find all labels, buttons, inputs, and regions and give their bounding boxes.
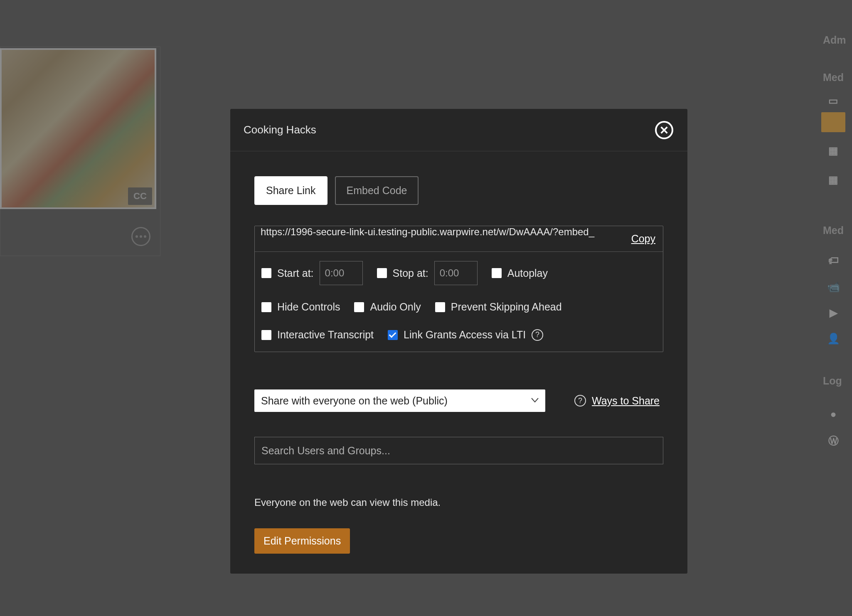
share-url-input[interactable]: https://1996-secure-link-ui.testing-publ… bbox=[255, 226, 631, 251]
stop-at-checkbox[interactable] bbox=[377, 268, 387, 278]
audio-only-option[interactable]: Audio Only bbox=[354, 301, 421, 313]
user-icon[interactable]: 👤 bbox=[821, 328, 845, 348]
visibility-select-wrap[interactable]: Share with everyone on the web (Public) bbox=[254, 389, 545, 412]
interactive-transcript-label: Interactive Transcript bbox=[277, 329, 374, 341]
autoplay-label: Autoplay bbox=[507, 267, 548, 279]
sidebar-section-log: Log bbox=[823, 375, 842, 387]
close-icon bbox=[660, 126, 669, 135]
link-grants-label: Link Grants Access via LTI bbox=[404, 329, 526, 341]
prevent-skipping-checkbox[interactable] bbox=[435, 302, 445, 312]
sidebar-section-media: Med bbox=[823, 71, 844, 84]
autoplay-option[interactable]: Autoplay bbox=[492, 267, 548, 279]
ways-to-share: ? Ways to Share bbox=[574, 395, 660, 407]
hide-controls-option[interactable]: Hide Controls bbox=[261, 301, 340, 313]
start-at-option[interactable]: Start at: bbox=[261, 261, 363, 285]
audio-only-checkbox[interactable] bbox=[354, 302, 364, 312]
tab-share-link[interactable]: Share Link bbox=[254, 176, 328, 205]
camera-icon[interactable]: 📹 bbox=[821, 277, 845, 297]
visibility-select[interactable]: Share with everyone on the web (Public) bbox=[254, 389, 545, 412]
more-icon bbox=[131, 227, 150, 246]
sidebar-item-3[interactable]: ▦ bbox=[821, 170, 845, 190]
ways-to-share-link[interactable]: Ways to Share bbox=[592, 395, 660, 407]
link-row: https://1996-secure-link-ui.testing-publ… bbox=[255, 226, 663, 252]
copy-link[interactable]: Copy bbox=[631, 233, 663, 245]
edit-permissions-button[interactable]: Edit Permissions bbox=[254, 528, 350, 554]
stop-at-option[interactable]: Stop at: bbox=[377, 261, 478, 285]
link-options-box: https://1996-secure-link-ui.testing-publ… bbox=[254, 226, 663, 352]
right-sidebar: Adm Med ▭ ▦ ▦ Med 🏷 📹 ▶ 👤 Log ● Ⓦ bbox=[818, 0, 852, 616]
sidebar-section-media2: Med bbox=[823, 224, 844, 237]
modal-title: Cooking Hacks bbox=[244, 123, 316, 136]
visibility-info-text: Everyone on the web can view this media. bbox=[254, 497, 663, 508]
share-visibility-row: Share with everyone on the web (Public) … bbox=[254, 389, 663, 412]
link-options: Start at: Stop at: Autoplay bbox=[255, 252, 663, 352]
sidebar-item-library[interactable]: ▭ bbox=[821, 91, 845, 111]
tag-icon[interactable]: 🏷 bbox=[821, 250, 845, 270]
close-button[interactable] bbox=[655, 121, 673, 139]
cc-badge: CC bbox=[128, 187, 152, 205]
share-modal: Cooking Hacks Share Link Embed Code http… bbox=[230, 109, 687, 574]
stop-at-label: Stop at: bbox=[393, 267, 428, 279]
start-at-input[interactable] bbox=[320, 261, 363, 285]
help-icon[interactable]: ? bbox=[532, 329, 543, 341]
stop-at-input[interactable] bbox=[434, 261, 478, 285]
badge-icon[interactable]: Ⓦ bbox=[821, 431, 845, 451]
circle-icon[interactable]: ● bbox=[821, 404, 845, 424]
hide-controls-checkbox[interactable] bbox=[261, 302, 271, 312]
link-grants-checkbox[interactable] bbox=[388, 330, 398, 340]
modal-header: Cooking Hacks bbox=[230, 109, 687, 151]
start-at-checkbox[interactable] bbox=[261, 268, 271, 278]
autoplay-checkbox[interactable] bbox=[492, 268, 502, 278]
search-users-input[interactable] bbox=[254, 437, 663, 464]
sidebar-item-selected[interactable] bbox=[821, 112, 845, 132]
prevent-skipping-label: Prevent Skipping Ahead bbox=[451, 301, 562, 313]
tabs: Share Link Embed Code bbox=[254, 176, 663, 205]
info-icon[interactable]: ? bbox=[574, 395, 586, 407]
prevent-skipping-option[interactable]: Prevent Skipping Ahead bbox=[435, 301, 562, 313]
link-grants-option[interactable]: Link Grants Access via LTI ? bbox=[388, 329, 543, 341]
audio-only-label: Audio Only bbox=[370, 301, 421, 313]
hide-controls-label: Hide Controls bbox=[277, 301, 340, 313]
modal-body: Share Link Embed Code https://1996-secur… bbox=[230, 151, 687, 570]
sidebar-section-admin: Adm bbox=[823, 34, 846, 46]
interactive-transcript-checkbox[interactable] bbox=[261, 330, 271, 340]
interactive-transcript-option[interactable]: Interactive Transcript bbox=[261, 329, 374, 341]
media-thumbnail: CC bbox=[0, 48, 156, 209]
tab-embed-code[interactable]: Embed Code bbox=[335, 176, 419, 205]
play-icon[interactable]: ▶ bbox=[821, 303, 845, 323]
sidebar-item-2[interactable]: ▦ bbox=[821, 140, 845, 160]
start-at-label: Start at: bbox=[277, 267, 314, 279]
